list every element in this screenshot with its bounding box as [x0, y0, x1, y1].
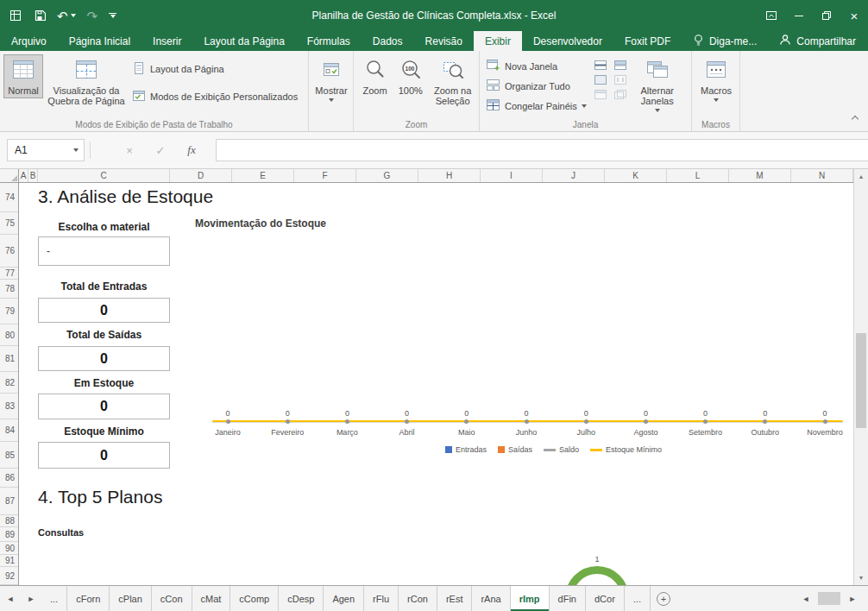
sheet-tab-rcon[interactable]: rCon	[399, 586, 437, 611]
column-header-A[interactable]: A	[19, 169, 28, 182]
share-button[interactable]: Compartilhar	[767, 31, 868, 51]
name-box[interactable]: A1	[7, 139, 85, 161]
custom-views-button[interactable]: Modos de Exibição Personalizados	[129, 87, 300, 106]
ribbon-display-options-icon[interactable]	[758, 0, 785, 31]
vertical-scrollbar-thumb[interactable]	[856, 333, 866, 428]
column-header-H[interactable]: H	[418, 169, 481, 182]
row-header-92[interactable]: 92	[0, 567, 18, 585]
zoom-100-button[interactable]: 100 100%	[393, 54, 428, 98]
ribbon-tab-arquivo[interactable]: Arquivo	[0, 31, 58, 51]
stock-chart[interactable]: Movimentação do Estoque EntradasSaídasSa…	[188, 216, 850, 469]
insert-function-button[interactable]: fx	[179, 139, 204, 161]
page-break-preview-button[interactable]: Visualização da Quebra de Página	[43, 54, 129, 109]
ribbon-tab-exibir[interactable]: Exibir	[474, 31, 522, 51]
sheet-tab-rimp[interactable]: rImp	[511, 586, 550, 611]
macros-button[interactable]: Macros	[695, 54, 737, 104]
column-header-I[interactable]: I	[481, 169, 543, 182]
tell-me-box[interactable]: Diga-me...	[682, 31, 767, 51]
sheet-nav-right-icon[interactable]: ►	[21, 586, 41, 611]
scroll-up-icon[interactable]: ▲	[854, 169, 868, 184]
column-header-B[interactable]: B	[28, 169, 38, 182]
new-window-button[interactable]: Nova Janela	[483, 57, 589, 75]
cancel-icon[interactable]: ×	[117, 139, 142, 161]
sheet-canvas[interactable]: 3. Análise de Estoque Escolha o material…	[19, 183, 853, 585]
row-header-82[interactable]: 82	[0, 372, 18, 394]
zoom-button[interactable]: Zoom	[357, 54, 393, 98]
ribbon-tab-dados[interactable]: Dados	[362, 31, 414, 51]
new-sheet-button[interactable]: +	[651, 586, 676, 611]
total-entradas-value[interactable]: 0	[38, 298, 170, 323]
freeze-panes-button[interactable]: Congelar Painéis	[483, 97, 589, 115]
row-header-87[interactable]: 87	[0, 488, 18, 515]
sheet-tab-ccon[interactable]: cCon	[152, 586, 192, 611]
row-header-77[interactable]: 77	[0, 268, 18, 280]
sheet-tab-ccomp[interactable]: cComp	[230, 586, 279, 611]
close-button[interactable]: ×	[840, 0, 868, 31]
sheet-tab-dcor[interactable]: dCor	[586, 586, 625, 611]
row-header-75[interactable]: 75	[0, 212, 18, 235]
undo-icon[interactable]: ↶	[57, 0, 76, 31]
row-header-84[interactable]: 84	[0, 419, 18, 442]
arrange-all-button[interactable]: Organizar Tudo	[483, 77, 589, 95]
restore-button[interactable]	[813, 0, 840, 31]
sheet-tab-rest[interactable]: rEst	[437, 586, 473, 611]
row-header-81[interactable]: 81	[0, 346, 18, 372]
sheet-tab-agen[interactable]: Agen	[324, 586, 364, 611]
row-header-88[interactable]: 88	[0, 515, 18, 527]
row-header-78[interactable]: 78	[0, 280, 18, 299]
ribbon-tab-f-rmulas[interactable]: Fórmulas	[296, 31, 362, 51]
column-header-N[interactable]: N	[791, 169, 853, 182]
sheet-tabs-overflow-left[interactable]: ...	[41, 586, 67, 611]
column-header-K[interactable]: K	[605, 169, 667, 182]
row-header-89[interactable]: 89	[0, 527, 18, 542]
em-estoque-value[interactable]: 0	[38, 394, 170, 419]
row-header-74[interactable]: 74	[0, 183, 18, 212]
sheet-tab-cmat[interactable]: cMat	[192, 586, 231, 611]
sheet-nav-left-icon[interactable]: ◄	[0, 586, 21, 611]
sheet-tab-cforn[interactable]: cForn	[67, 586, 110, 611]
show-dropdown-button[interactable]: Mostrar	[312, 54, 350, 104]
sheet-tab-cplan[interactable]: cPlan	[110, 586, 152, 611]
column-header-G[interactable]: G	[356, 169, 418, 182]
sheet-tab-dfin[interactable]: dFin	[550, 586, 586, 611]
column-header-F[interactable]: F	[294, 169, 356, 182]
formula-input[interactable]	[216, 139, 868, 161]
horizontal-scrollbar-thumb[interactable]	[818, 592, 840, 605]
normal-view-button[interactable]: Normal	[3, 54, 43, 98]
sheet-tabs-overflow-right[interactable]: ...	[625, 586, 651, 611]
column-header-J[interactable]: J	[543, 169, 605, 182]
hscroll-right-icon[interactable]: ►	[842, 595, 863, 603]
ribbon-tab-inserir[interactable]: Inserir	[142, 31, 192, 51]
column-header-C[interactable]: C	[38, 169, 170, 182]
column-header-M[interactable]: M	[729, 169, 791, 182]
zoom-to-selection-button[interactable]: Zoom na Seleção	[428, 54, 477, 109]
material-select[interactable]: -	[38, 236, 170, 266]
row-header-76[interactable]: 76	[0, 235, 18, 268]
estoque-minimo-value[interactable]: 0	[38, 442, 170, 469]
save-icon[interactable]	[34, 0, 46, 31]
switch-windows-button[interactable]: Alternar Janelas	[632, 54, 682, 115]
row-header-90[interactable]: 90	[0, 542, 18, 555]
column-header-E[interactable]: E	[232, 169, 294, 182]
select-all-corner[interactable]	[0, 169, 19, 183]
column-header-L[interactable]: L	[667, 169, 729, 182]
row-header-91[interactable]: 91	[0, 555, 18, 567]
row-header-85[interactable]: 85	[0, 442, 18, 469]
row-header-86[interactable]: 86	[0, 469, 18, 488]
ribbon-tab-layout-da-p-gina[interactable]: Layout da Página	[192, 31, 295, 51]
collapse-ribbon-icon[interactable]	[852, 112, 858, 124]
minimize-button[interactable]	[785, 0, 813, 31]
ribbon-tab-p-gina-inicial[interactable]: Página Inicial	[58, 31, 142, 51]
scroll-down-icon[interactable]: ▼	[854, 570, 868, 585]
hscroll-left-icon[interactable]: ◄	[796, 595, 816, 603]
row-header-83[interactable]: 83	[0, 394, 18, 419]
ribbon-tab-revis-o[interactable]: Revisão	[414, 31, 474, 51]
row-header-79[interactable]: 79	[0, 299, 18, 324]
page-layout-button[interactable]: Layout da Página	[129, 60, 300, 79]
hide-window-icon[interactable]	[594, 74, 607, 85]
row-header-80[interactable]: 80	[0, 324, 18, 346]
sheet-tab-rflu[interactable]: rFlu	[364, 586, 399, 611]
column-header-D[interactable]: D	[170, 169, 232, 182]
sheet-tab-rana[interactable]: rAna	[472, 586, 510, 611]
customize-quick-access-icon[interactable]	[109, 0, 116, 31]
